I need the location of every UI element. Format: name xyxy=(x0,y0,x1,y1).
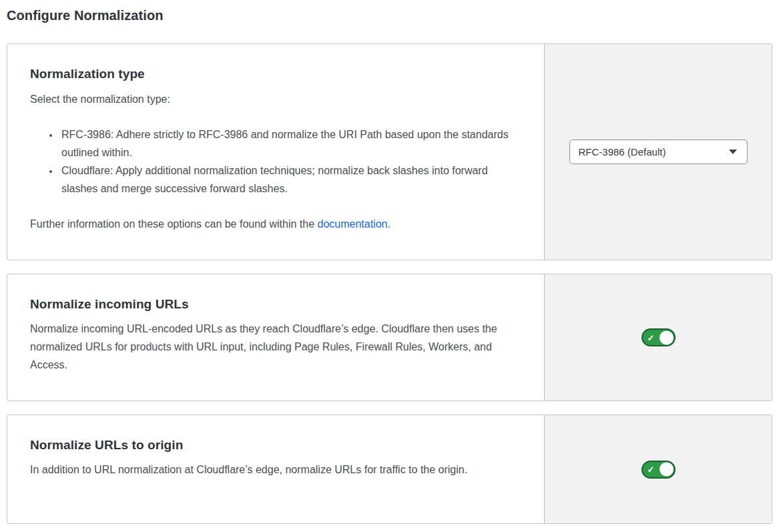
checkmark-icon: ✓ xyxy=(647,465,655,474)
card-control-panel: ✓ xyxy=(544,274,772,401)
card-content: Normalize incoming URLs Normalize incomi… xyxy=(7,274,544,401)
checkmark-icon: ✓ xyxy=(647,333,655,342)
card-title: Normalize incoming URLs xyxy=(30,297,524,312)
toggle-knob xyxy=(660,463,674,477)
card-footer-note: Further information on these options can… xyxy=(30,215,524,233)
card-content: Normalization type Select the normalizat… xyxy=(7,44,544,260)
card-control-panel: RFC-3986 (Default) xyxy=(544,44,772,260)
normalization-options-list: RFC-3986: Adhere strictly to RFC-3986 an… xyxy=(30,125,512,198)
dropdown-caret-icon xyxy=(729,150,737,154)
normalize-incoming-urls-toggle[interactable]: ✓ xyxy=(641,328,676,346)
card-normalization-type: Normalization type Select the normalizat… xyxy=(7,43,772,260)
list-item-rfc-3986: RFC-3986: Adhere strictly to RFC-3986 an… xyxy=(59,125,512,162)
card-normalize-incoming-urls: Normalize incoming URLs Normalize incomi… xyxy=(7,274,772,401)
card-normalize-urls-to-origin: Normalize URLs to origin In addition to … xyxy=(7,415,772,524)
card-intro-text: Select the normalization type: xyxy=(30,90,524,108)
select-selected-value: RFC-3986 (Default) xyxy=(579,146,666,158)
normalization-type-select[interactable]: RFC-3986 (Default) xyxy=(569,140,748,164)
footer-note-period: . xyxy=(387,218,390,230)
page-title: Configure Normalization xyxy=(7,8,772,23)
card-title: Normalization type xyxy=(30,67,524,81)
card-content: Normalize URLs to origin In addition to … xyxy=(7,415,544,523)
documentation-link[interactable]: documentation xyxy=(317,218,387,230)
configure-normalization-page: Configure Normalization Normalization ty… xyxy=(0,0,779,530)
card-description: Normalize incoming URL-encoded URLs as t… xyxy=(30,320,517,374)
footer-note-text: Further information on these options can… xyxy=(30,218,317,230)
card-title: Normalize URLs to origin xyxy=(30,438,524,453)
card-description: In addition to URL normalization at Clou… xyxy=(30,461,517,479)
normalize-urls-to-origin-toggle[interactable]: ✓ xyxy=(641,461,676,479)
toggle-knob xyxy=(660,330,674,344)
card-control-panel: ✓ xyxy=(544,415,772,523)
list-item-cloudflare: Cloudflare: Apply additional normalizati… xyxy=(59,162,512,198)
